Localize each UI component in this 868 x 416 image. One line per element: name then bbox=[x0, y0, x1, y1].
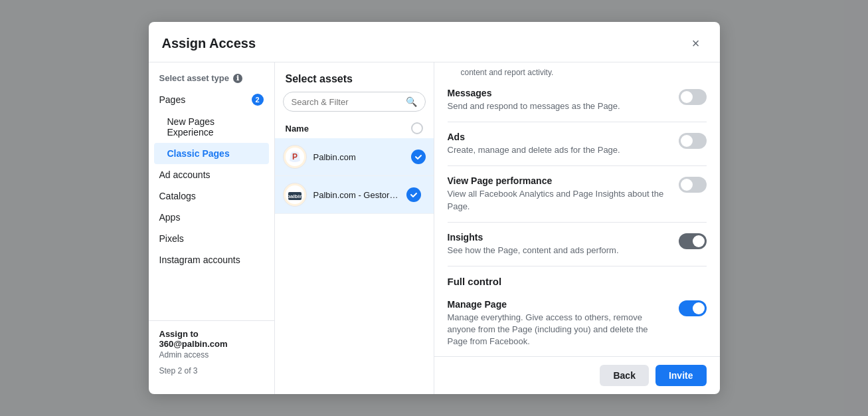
sidebar-item-new-pages[interactable]: New Pages Experience bbox=[149, 111, 274, 143]
asset-name-palbin: Palbin.com bbox=[313, 152, 404, 162]
modal-footer: Back Invite bbox=[434, 356, 720, 394]
toggle-messages[interactable] bbox=[679, 89, 707, 105]
search-input[interactable] bbox=[292, 97, 402, 107]
asset-logo-palbin-gestor: palbin bbox=[283, 183, 307, 207]
toggle-ads[interactable] bbox=[679, 133, 707, 149]
permission-manage-page: Manage Page Manage everything. Give acce… bbox=[448, 290, 707, 356]
sidebar-item-apps[interactable]: Apps bbox=[149, 207, 274, 228]
svg-text:palbin: palbin bbox=[287, 193, 303, 199]
search-box[interactable]: 🔍 bbox=[283, 92, 426, 112]
toggle-insights[interactable] bbox=[679, 233, 707, 249]
back-button[interactable]: Back bbox=[600, 365, 648, 386]
assign-access-modal: Assign Access × Select asset type ℹ Page… bbox=[149, 22, 720, 394]
full-control-header: Full control bbox=[448, 266, 707, 290]
sidebar: Select asset type ℹ Pages 2 New Pages Ex… bbox=[149, 62, 275, 394]
toggle-manage-page[interactable] bbox=[679, 300, 707, 316]
perm-title-ads: Ads bbox=[448, 132, 671, 142]
fade-top-text: content and report activity. bbox=[448, 62, 707, 78]
right-content: content and report activity. Messages Se… bbox=[434, 62, 720, 356]
right-panel: content and report activity. Messages Se… bbox=[434, 62, 720, 394]
invite-button[interactable]: Invite bbox=[655, 365, 707, 386]
sidebar-item-pages[interactable]: Pages 2 bbox=[149, 88, 274, 111]
modal-header: Assign Access × bbox=[149, 22, 720, 62]
sidebar-item-catalogs[interactable]: Catalogs bbox=[149, 185, 274, 207]
sidebar-item-instagram[interactable]: Instagram accounts bbox=[149, 249, 274, 270]
sidebar-bottom: Assign to 360@palbin.com Admin access St… bbox=[149, 320, 274, 383]
close-button[interactable]: × bbox=[685, 33, 707, 54]
assign-to-label: Assign to 360@palbin.com bbox=[159, 329, 264, 349]
middle-panel: Select assets 🔍 Name P Palbin.com bbox=[275, 62, 434, 394]
pages-badge: 2 bbox=[252, 94, 264, 106]
step-label: Step 2 of 3 bbox=[159, 366, 264, 375]
perm-desc-manage-page: Manage everything. Give access to others… bbox=[448, 312, 671, 348]
selected-check-palbin bbox=[411, 150, 426, 164]
asset-logo-palbin: P bbox=[283, 145, 307, 169]
modal-overlay: Assign Access × Select asset type ℹ Page… bbox=[0, 0, 868, 416]
modal-body: Select asset type ℹ Pages 2 New Pages Ex… bbox=[149, 62, 720, 394]
sidebar-item-ad-accounts[interactable]: Ad accounts bbox=[149, 164, 274, 185]
selected-check-palbin-gestor bbox=[406, 187, 421, 202]
asset-item-palbin[interactable]: P Palbin.com bbox=[275, 138, 434, 176]
info-icon: ℹ bbox=[233, 74, 242, 83]
asset-item-palbin-gestor[interactable]: palbin Palbin.com - Gestor de Res... bbox=[275, 176, 434, 214]
toggle-view-page-performance[interactable] bbox=[679, 177, 707, 193]
modal-title: Assign Access bbox=[162, 36, 256, 51]
search-icon: 🔍 bbox=[406, 96, 417, 107]
permission-ads: Ads Create, manage and delete ads for th… bbox=[448, 122, 707, 166]
permission-view-page-performance: View Page performance View all Facebook … bbox=[448, 166, 707, 222]
name-header: Name bbox=[275, 118, 434, 138]
svg-text:P: P bbox=[292, 152, 297, 161]
sidebar-item-pixels[interactable]: Pixels bbox=[149, 228, 274, 249]
perm-desc-view-page: View all Facebook Analytics and Page Ins… bbox=[448, 188, 671, 212]
perm-title-manage-page: Manage Page bbox=[448, 299, 671, 310]
perm-title-messages: Messages bbox=[448, 88, 671, 98]
perm-desc-insights: See how the Page, content and ads perfor… bbox=[448, 245, 671, 257]
sidebar-item-classic-pages[interactable]: Classic Pages bbox=[154, 143, 269, 164]
permission-messages: Messages Send and respond to messages as… bbox=[448, 78, 707, 122]
permission-insights: Insights See how the Page, content and a… bbox=[448, 223, 707, 266]
asset-name-palbin-gestor: Palbin.com - Gestor de Res... bbox=[313, 190, 400, 200]
select-all-check[interactable] bbox=[411, 122, 423, 134]
perm-desc-ads: Create, manage and delete ads for the Pa… bbox=[448, 144, 671, 156]
select-assets-title: Select assets bbox=[275, 62, 434, 92]
sidebar-section-title: Select asset type ℹ bbox=[149, 73, 274, 88]
perm-title-insights: Insights bbox=[448, 232, 671, 243]
perm-desc-messages: Send and respond to messages as the Page… bbox=[448, 100, 671, 112]
access-type-label: Admin access bbox=[159, 350, 264, 360]
perm-title-view-page: View Page performance bbox=[448, 175, 671, 186]
asset-list: P Palbin.com palbin Palbin.com - Gestor … bbox=[275, 138, 434, 394]
